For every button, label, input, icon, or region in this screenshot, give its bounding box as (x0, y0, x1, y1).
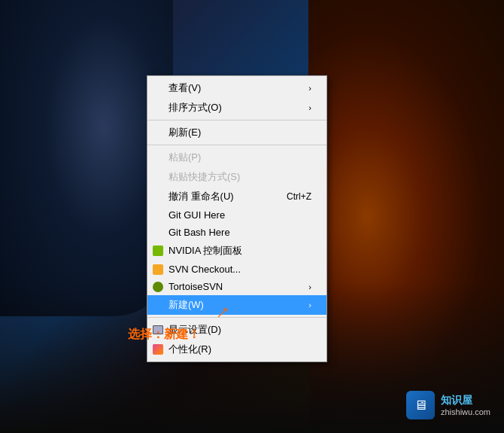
menu-item-tortoise[interactable]: TortoiseSVN› (147, 278, 326, 295)
watermark: 🖥 知识屋 zhishiwu.com (406, 391, 490, 419)
menu-item-sort[interactable]: 排序方式(O)› (147, 98, 326, 117)
menu-shortcut-undo_rename: Ctrl+Z (287, 191, 311, 202)
menu-label-undo_rename: 撤消 重命名(U) (169, 190, 234, 203)
menu-arrow-sort: › (308, 103, 311, 112)
menu-separator (147, 120, 326, 120)
menu-separator (147, 317, 326, 318)
watermark-sitename: 知识屋 (441, 394, 472, 407)
menu-icon-svn (151, 263, 165, 276)
menu-item-git_gui[interactable]: Git GUI Here (147, 206, 326, 224)
menu-label-personalize: 个性化(R) (169, 343, 211, 356)
menu-label-new: 新建(W) (169, 298, 204, 312)
watermark-icon: 🖥 (414, 398, 427, 413)
menu-item-git_bash[interactable]: Git Bash Here (147, 224, 326, 241)
menu-item-view[interactable]: 查看(V)› (147, 78, 326, 98)
menu-separator (147, 145, 326, 145)
menu-item-new[interactable]: 新建(W)› (147, 295, 326, 315)
menu-arrow-new: › (308, 300, 311, 310)
menu-label-git_bash: Git Bash Here (169, 227, 230, 238)
menu-item-undo_rename[interactable]: 撤消 重命名(U)Ctrl+Z (147, 187, 326, 206)
menu-arrow-view: › (308, 84, 311, 93)
menu-arrow-tortoise: › (308, 282, 311, 291)
menu-item-paste_shortcut[interactable]: 粘贴快捷方式(S) (147, 167, 326, 187)
annotation-text: 选择：新建！ (128, 327, 200, 343)
menu-label-git_gui: Git GUI Here (169, 209, 225, 221)
menu-label-svn_checkout: SVN Checkout... (169, 264, 241, 275)
menu-item-paste[interactable]: 粘贴(P) (147, 148, 326, 167)
menu-item-nvidia[interactable]: NVIDIA 控制面板 (147, 241, 326, 261)
menu-icon-nvidia (151, 244, 165, 258)
menu-icon-personalize (151, 343, 165, 356)
context-menu: 查看(V)›排序方式(O)›刷新(E)粘贴(P)粘贴快捷方式(S)撤消 重命名(… (147, 75, 327, 362)
menu-label-paste: 粘贴(P) (169, 151, 201, 164)
menu-label-nvidia: NVIDIA 控制面板 (169, 244, 242, 258)
watermark-domain: zhishiwu.com (441, 407, 490, 416)
watermark-text-container: 知识屋 zhishiwu.com (441, 394, 490, 416)
menu-label-view: 查看(V) (169, 81, 201, 95)
menu-item-svn_checkout[interactable]: SVN Checkout... (147, 261, 326, 278)
menu-item-refresh[interactable]: 刷新(E) (147, 123, 326, 142)
menu-label-paste_shortcut: 粘贴快捷方式(S) (169, 170, 240, 184)
menu-icon-tortoise (151, 280, 165, 294)
menu-label-refresh: 刷新(E) (169, 126, 201, 139)
watermark-logo: 🖥 (406, 391, 435, 419)
menu-label-tortoise: TortoiseSVN (169, 281, 223, 292)
menu-label-sort: 排序方式(O) (169, 101, 222, 114)
